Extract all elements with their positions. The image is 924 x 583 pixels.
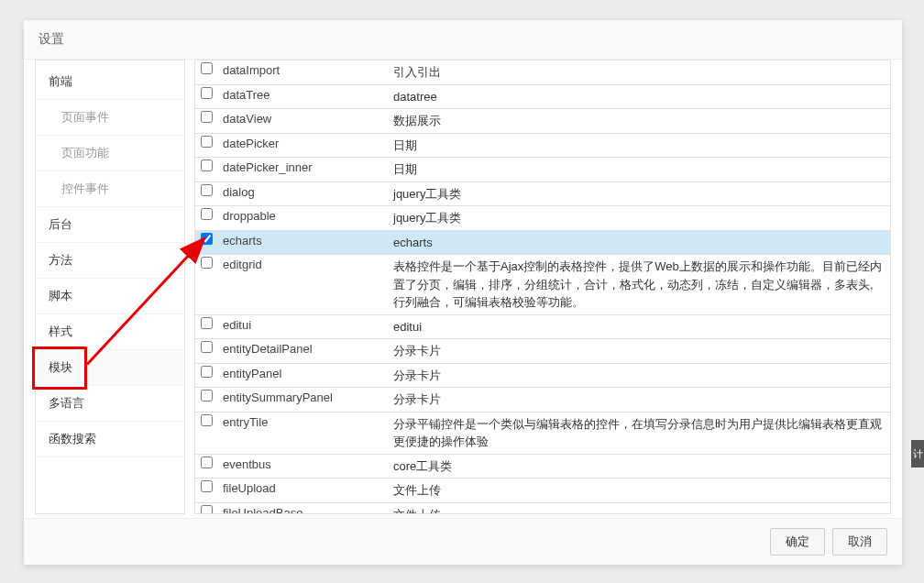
settings-sidebar: 前端页面事件页面功能控件事件后台方法脚本样式模块多语言函数搜索: [35, 60, 185, 514]
row-checkbox[interactable]: [201, 62, 213, 74]
row-name: editui: [217, 315, 388, 335]
row-checkbox-cell: [195, 364, 217, 380]
row-checkbox[interactable]: [201, 87, 213, 99]
table-row[interactable]: eventbuscore工具类: [195, 455, 890, 479]
row-checkbox[interactable]: [201, 317, 213, 329]
row-checkbox-cell: [195, 455, 217, 470]
table-row[interactable]: editgrid表格控件是一个基于Ajax控制的表格控件，提供了Web上数据的展…: [195, 255, 890, 315]
sidebar-item-0[interactable]: 前端: [36, 64, 184, 100]
table-row[interactable]: entryTile分录平铺控件是一个类似与编辑表格的控件，在填写分录信息时为用户…: [195, 412, 890, 455]
row-checkbox[interactable]: [201, 136, 213, 148]
row-checkbox[interactable]: [201, 414, 213, 426]
row-desc: 分录平铺控件是一个类似与编辑表格的控件，在填写分录信息时为用户提供比编辑表格更直…: [388, 412, 890, 454]
sidebar-item-5[interactable]: 方法: [36, 243, 184, 279]
ok-button[interactable]: 确定: [770, 528, 825, 556]
table-row[interactable]: dataView数据展示: [195, 109, 890, 134]
row-desc: datatree: [388, 85, 890, 109]
sidebar-item-9[interactable]: 多语言: [36, 386, 184, 422]
row-desc: 分录卡片: [388, 388, 890, 412]
row-checkbox-cell: [195, 182, 217, 198]
sidebar-item-6[interactable]: 脚本: [36, 279, 184, 314]
row-checkbox-cell: [195, 109, 217, 125]
bg-side-tab: 计: [911, 440, 924, 468]
row-checkbox-cell: [195, 503, 217, 515]
row-name: eventbus: [217, 455, 388, 474]
row-name: dialog: [217, 182, 388, 202]
row-desc: echarts: [388, 231, 890, 255]
row-checkbox-cell: [195, 255, 217, 270]
table-row[interactable]: droppablejquery工具类: [195, 206, 890, 231]
row-checkbox-cell: [195, 315, 217, 331]
row-name: editgrid: [217, 255, 388, 274]
row-checkbox-cell: [195, 388, 217, 403]
row-checkbox[interactable]: [201, 480, 213, 492]
table-row[interactable]: entityPanel分录卡片: [195, 364, 890, 389]
table-row[interactable]: dataImport引入引出: [195, 60, 890, 85]
row-checkbox[interactable]: [201, 390, 213, 402]
row-desc: 日期: [388, 158, 890, 182]
row-name: echarts: [217, 231, 388, 250]
cancel-button[interactable]: 取消: [832, 528, 887, 556]
table-row[interactable]: fileUpload文件上传: [195, 478, 890, 503]
table-row[interactable]: echartsecharts: [195, 231, 890, 256]
table-row[interactable]: datePicker_inner日期: [195, 158, 890, 182]
row-name: datePicker: [217, 134, 388, 153]
row-checkbox-cell: [195, 478, 217, 494]
sidebar-item-8[interactable]: 模块: [36, 350, 184, 386]
row-checkbox-cell: [195, 134, 217, 149]
table-row[interactable]: fileUploadBase文件上传: [195, 503, 890, 515]
sidebar-item-4[interactable]: 后台: [36, 207, 184, 243]
row-desc: 文件上传: [388, 478, 890, 502]
row-checkbox-cell: [195, 60, 217, 76]
modal-footer: 确定 取消: [24, 518, 902, 565]
row-name: fileUpload: [217, 478, 388, 498]
row-checkbox-cell: [195, 158, 217, 173]
row-name: datePicker_inner: [217, 158, 388, 177]
table-row[interactable]: dataTreedatatree: [195, 85, 890, 110]
module-table[interactable]: dataImport引入引出dataTreedatatreedataView数据…: [194, 60, 891, 514]
table-row[interactable]: entityDetailPanel分录卡片: [195, 339, 890, 364]
row-desc: 日期: [388, 134, 890, 158]
row-checkbox[interactable]: [201, 111, 213, 123]
row-checkbox[interactable]: [201, 505, 213, 515]
table-row[interactable]: dialogjquery工具类: [195, 182, 890, 207]
row-name: fileUploadBase: [217, 503, 388, 515]
row-name: dataTree: [217, 85, 388, 104]
sidebar-item-10[interactable]: 函数搜索: [36, 422, 184, 457]
row-desc: 文件上传: [388, 503, 890, 515]
row-name: entityDetailPanel: [217, 339, 388, 358]
row-desc: editui: [388, 315, 890, 339]
row-checkbox-cell: [195, 339, 217, 355]
sidebar-item-3[interactable]: 控件事件: [36, 171, 184, 207]
row-checkbox[interactable]: [201, 366, 213, 378]
row-desc: 表格控件是一个基于Ajax控制的表格控件，提供了Web上数据的展示和操作功能。目…: [388, 255, 890, 314]
table-row[interactable]: entitySummaryPanel分录卡片: [195, 388, 890, 412]
row-desc: core工具类: [388, 455, 890, 478]
row-checkbox-cell: [195, 206, 217, 222]
row-name: dataView: [217, 109, 388, 128]
row-name: dataImport: [217, 60, 388, 80]
settings-modal: 设置 前端页面事件页面功能控件事件后台方法脚本样式模块多语言函数搜索 dataI…: [24, 20, 902, 565]
table-row[interactable]: datePicker日期: [195, 134, 890, 159]
row-checkbox[interactable]: [201, 160, 213, 171]
row-checkbox[interactable]: [201, 184, 213, 196]
row-desc: 分录卡片: [388, 339, 890, 363]
row-desc: jquery工具类: [388, 206, 890, 230]
row-desc: 引入引出: [388, 60, 890, 84]
row-desc: 数据展示: [388, 109, 890, 133]
row-checkbox[interactable]: [201, 233, 213, 245]
row-checkbox-cell: [195, 412, 217, 428]
sidebar-item-1[interactable]: 页面事件: [36, 100, 184, 136]
row-checkbox[interactable]: [201, 456, 213, 468]
row-desc: jquery工具类: [388, 182, 890, 206]
row-checkbox-cell: [195, 231, 217, 247]
sidebar-item-2[interactable]: 页面功能: [36, 136, 184, 171]
row-checkbox[interactable]: [201, 257, 213, 269]
row-checkbox-cell: [195, 85, 217, 101]
row-name: entitySummaryPanel: [217, 388, 388, 407]
table-row[interactable]: edituieditui: [195, 315, 890, 340]
row-checkbox[interactable]: [201, 208, 213, 220]
row-name: entryTile: [217, 412, 388, 432]
sidebar-item-7[interactable]: 样式: [36, 314, 184, 350]
row-checkbox[interactable]: [201, 341, 213, 353]
